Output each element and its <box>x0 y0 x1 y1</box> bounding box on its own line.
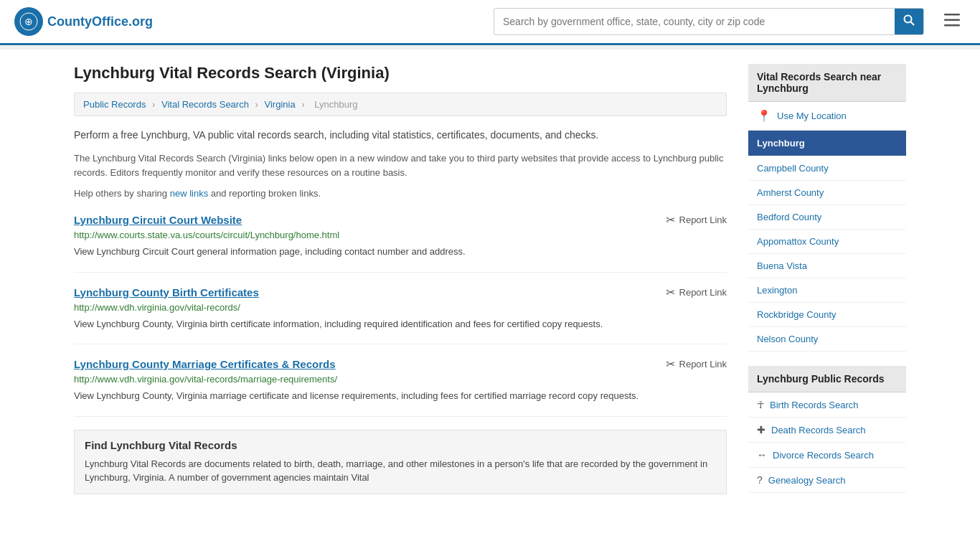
breadcrumb-virginia[interactable]: Virginia <box>265 99 296 110</box>
result-title-1[interactable]: Lynchburg County Birth Certificates <box>74 286 259 298</box>
report-link-1[interactable]: ✂ Report Link <box>666 286 727 299</box>
result-title-2[interactable]: Lynchburg County Marriage Certificates &… <box>74 358 336 370</box>
report-icon-0: ✂ <box>666 213 675 227</box>
location-icon: 📍 <box>757 109 771 123</box>
sidebar-item-campbell[interactable]: Campbell County <box>748 156 906 181</box>
sidebar-item-nelson[interactable]: Nelson County <box>748 327 906 352</box>
sidebar-item-amherst[interactable]: Amherst County <box>748 181 906 205</box>
result-item-0: Lynchburg Circuit Court Website ✂ Report… <box>74 213 727 273</box>
report-link-0[interactable]: ✂ Report Link <box>666 213 727 227</box>
result-header-1: Lynchburg County Birth Certificates ✂ Re… <box>74 286 727 299</box>
result-header-2: Lynchburg County Marriage Certificates &… <box>74 357 727 371</box>
svg-line-3 <box>911 22 915 26</box>
page-title: Lynchburg Vital Records Search (Virginia… <box>74 64 727 83</box>
intro-text: Perform a free Lynchburg, VA public vita… <box>74 128 727 143</box>
breadcrumb-vital-records[interactable]: Vital Records Search <box>161 99 249 110</box>
find-section: Find Lynchburg Vital Records Lynchburg V… <box>74 430 727 494</box>
svg-rect-6 <box>944 24 960 27</box>
public-records-section: Lynchburg Public Records ☥ Birth Records… <box>748 366 906 493</box>
result-title-0[interactable]: Lynchburg Circuit Court Website <box>74 214 242 226</box>
new-links-link[interactable]: new links <box>170 188 208 199</box>
birth-icon: ☥ <box>757 399 764 410</box>
svg-text:⊕: ⊕ <box>24 16 33 27</box>
sidebar-record-death[interactable]: ✚ Death Records Search <box>748 418 906 443</box>
sidebar-item-rockbridge[interactable]: Rockbridge County <box>748 303 906 327</box>
find-section-desc: Lynchburg Vital Records are documents re… <box>85 457 716 485</box>
sidebar-item-lexington[interactable]: Lexington <box>748 278 906 303</box>
result-desc-1: View Lynchburg County, Virginia birth ce… <box>74 317 727 331</box>
svg-rect-4 <box>944 14 960 16</box>
report-link-2[interactable]: ✂ Report Link <box>666 357 727 371</box>
breadcrumb-public-records[interactable]: Public Records <box>83 99 146 110</box>
nearby-header: Vital Records Search near Lynchburg <box>748 64 906 102</box>
result-item-2: Lynchburg County Marriage Certificates &… <box>74 357 727 417</box>
nearby-section: Vital Records Search near Lynchburg 📍 Us… <box>748 64 906 352</box>
result-url-1[interactable]: http://www.vdh.virginia.gov/vital-record… <box>74 302 727 313</box>
search-button[interactable] <box>895 9 923 34</box>
share-text: Help others by sharing new links and rep… <box>74 188 727 199</box>
result-item-1: Lynchburg County Birth Certificates ✂ Re… <box>74 286 727 345</box>
breadcrumb: Public Records › Vital Records Search › … <box>74 93 727 116</box>
logo-icon: ⊕ <box>14 7 43 36</box>
sidebar-item-lynchburg-active[interactable]: Lynchburg <box>748 131 906 156</box>
result-url-0[interactable]: http://www.courts.state.va.us/courts/cir… <box>74 230 727 240</box>
result-header-0: Lynchburg Circuit Court Website ✂ Report… <box>74 213 727 227</box>
report-icon-2: ✂ <box>666 357 675 371</box>
hamburger-menu-button[interactable] <box>938 9 966 34</box>
use-my-location-button[interactable]: 📍 Use My Location <box>748 102 906 131</box>
main-layout: Lynchburg Vital Records Search (Virginia… <box>60 50 920 507</box>
result-desc-0: View Lynchburg Circuit Court general inf… <box>74 245 727 259</box>
logo-link[interactable]: ⊕ CountyOffice.org <box>14 7 153 36</box>
breadcrumb-current: Lynchburg <box>314 99 357 110</box>
search-bar <box>494 8 924 35</box>
svg-point-2 <box>905 16 912 23</box>
content-area: Lynchburg Vital Records Search (Virginia… <box>74 64 727 507</box>
sidebar: Vital Records Search near Lynchburg 📍 Us… <box>748 64 906 507</box>
public-records-header: Lynchburg Public Records <box>748 366 906 392</box>
sidebar-item-appomattox[interactable]: Appomattox County <box>748 230 906 254</box>
result-desc-2: View Lynchburg County, Virginia marriage… <box>74 389 727 403</box>
genealogy-icon: ? <box>757 474 763 486</box>
result-url-2[interactable]: http://www.vdh.virginia.gov/vital-record… <box>74 374 727 385</box>
svg-rect-5 <box>944 19 960 22</box>
sidebar-record-divorce[interactable]: ↔ Divorce Records Search <box>748 443 906 468</box>
death-icon: ✚ <box>757 424 765 435</box>
search-input[interactable] <box>494 10 895 33</box>
report-icon-1: ✂ <box>666 286 675 299</box>
logo-text: CountyOffice.org <box>47 14 153 29</box>
sidebar-item-buenavista[interactable]: Buena Vista <box>748 254 906 278</box>
disclaimer-text: The Lynchburg Vital Records Search (Virg… <box>74 151 727 179</box>
sidebar-record-genealogy[interactable]: ? Genealogy Search <box>748 468 906 493</box>
results-list: Lynchburg Circuit Court Website ✂ Report… <box>74 213 727 417</box>
find-section-title: Find Lynchburg Vital Records <box>85 439 716 451</box>
divorce-icon: ↔ <box>757 449 767 461</box>
site-header: ⊕ CountyOffice.org <box>0 0 980 45</box>
sidebar-record-birth[interactable]: ☥ Birth Records Search <box>748 392 906 418</box>
sidebar-item-bedford[interactable]: Bedford County <box>748 205 906 230</box>
